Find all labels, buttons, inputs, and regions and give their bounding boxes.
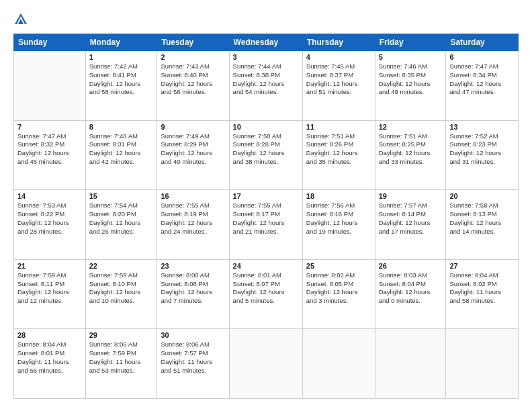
day-info: Sunrise: 7:59 AM Sunset: 8:11 PM Dayligh…	[17, 271, 82, 306]
day-info: Sunrise: 7:51 AM Sunset: 8:26 PM Dayligh…	[306, 132, 371, 167]
calendar-cell: 7Sunrise: 7:47 AM Sunset: 8:32 PM Daylig…	[14, 120, 86, 190]
day-info: Sunrise: 7:52 AM Sunset: 8:23 PM Dayligh…	[449, 132, 515, 167]
calendar-cell: 8Sunrise: 7:48 AM Sunset: 8:31 PM Daylig…	[85, 120, 157, 190]
calendar-cell: 13Sunrise: 7:52 AM Sunset: 8:23 PM Dayli…	[446, 120, 519, 190]
calendar-cell: 27Sunrise: 8:04 AM Sunset: 8:02 PM Dayli…	[446, 259, 519, 329]
day-number: 5	[379, 53, 443, 61]
day-info: Sunrise: 7:57 AM Sunset: 8:14 PM Dayligh…	[379, 201, 443, 236]
day-number: 20	[449, 192, 515, 200]
day-number: 7	[17, 123, 82, 131]
header	[13, 12, 519, 27]
day-number: 25	[306, 262, 371, 270]
header-day-friday: Friday	[375, 34, 446, 51]
calendar-cell: 23Sunrise: 8:00 AM Sunset: 8:08 PM Dayli…	[157, 259, 229, 329]
calendar-table: SundayMondayTuesdayWednesdayThursdayFrid…	[13, 34, 519, 399]
day-info: Sunrise: 7:43 AM Sunset: 8:40 PM Dayligh…	[161, 62, 225, 97]
calendar-cell: 6Sunrise: 7:47 AM Sunset: 8:34 PM Daylig…	[446, 51, 519, 121]
day-number: 16	[161, 192, 225, 200]
header-day-saturday: Saturday	[446, 34, 519, 51]
logo-icon	[13, 12, 28, 27]
calendar-cell: 12Sunrise: 7:51 AM Sunset: 8:25 PM Dayli…	[375, 120, 446, 190]
calendar-body: 1Sunrise: 7:42 AM Sunset: 8:41 PM Daylig…	[14, 51, 519, 399]
day-info: Sunrise: 8:04 AM Sunset: 8:02 PM Dayligh…	[449, 271, 515, 306]
week-row-4: 21Sunrise: 7:59 AM Sunset: 8:11 PM Dayli…	[14, 259, 519, 329]
day-number: 27	[449, 262, 515, 270]
day-info: Sunrise: 8:01 AM Sunset: 8:07 PM Dayligh…	[233, 271, 299, 306]
calendar-cell: 2Sunrise: 7:43 AM Sunset: 8:40 PM Daylig…	[157, 51, 229, 121]
calendar-cell: 21Sunrise: 7:59 AM Sunset: 8:11 PM Dayli…	[14, 259, 86, 329]
calendar-cell: 28Sunrise: 8:04 AM Sunset: 8:01 PM Dayli…	[14, 329, 86, 399]
day-info: Sunrise: 8:02 AM Sunset: 8:05 PM Dayligh…	[306, 271, 371, 306]
week-row-2: 7Sunrise: 7:47 AM Sunset: 8:32 PM Daylig…	[14, 120, 519, 190]
day-number: 2	[161, 53, 225, 61]
week-row-3: 14Sunrise: 7:53 AM Sunset: 8:22 PM Dayli…	[14, 190, 519, 260]
day-number: 26	[379, 262, 443, 270]
day-number: 23	[161, 262, 225, 270]
week-row-5: 28Sunrise: 8:04 AM Sunset: 8:01 PM Dayli…	[14, 329, 519, 399]
calendar-cell: 11Sunrise: 7:51 AM Sunset: 8:26 PM Dayli…	[302, 120, 375, 190]
day-info: Sunrise: 7:44 AM Sunset: 8:38 PM Dayligh…	[233, 62, 299, 97]
header-day-monday: Monday	[85, 34, 157, 51]
day-number: 22	[89, 262, 154, 270]
logo	[13, 12, 31, 27]
day-info: Sunrise: 7:48 AM Sunset: 8:31 PM Dayligh…	[89, 132, 154, 167]
calendar-cell: 20Sunrise: 7:58 AM Sunset: 8:13 PM Dayli…	[446, 190, 519, 260]
calendar-cell: 22Sunrise: 7:59 AM Sunset: 8:10 PM Dayli…	[85, 259, 157, 329]
day-info: Sunrise: 7:47 AM Sunset: 8:32 PM Dayligh…	[17, 132, 82, 167]
day-info: Sunrise: 7:55 AM Sunset: 8:17 PM Dayligh…	[233, 201, 299, 236]
day-info: Sunrise: 7:53 AM Sunset: 8:22 PM Dayligh…	[17, 201, 82, 236]
day-info: Sunrise: 7:47 AM Sunset: 8:34 PM Dayligh…	[449, 62, 515, 97]
calendar-cell: 15Sunrise: 7:54 AM Sunset: 8:20 PM Dayli…	[85, 190, 157, 260]
header-day-tuesday: Tuesday	[157, 34, 229, 51]
calendar-cell: 1Sunrise: 7:42 AM Sunset: 8:41 PM Daylig…	[85, 51, 157, 121]
day-number: 14	[17, 192, 82, 200]
day-number: 24	[233, 262, 299, 270]
day-info: Sunrise: 7:55 AM Sunset: 8:19 PM Dayligh…	[161, 201, 225, 236]
calendar-cell: 26Sunrise: 8:03 AM Sunset: 8:04 PM Dayli…	[375, 259, 446, 329]
day-info: Sunrise: 7:59 AM Sunset: 8:10 PM Dayligh…	[89, 271, 154, 306]
day-number: 18	[306, 192, 371, 200]
calendar-cell	[375, 329, 446, 399]
day-info: Sunrise: 7:49 AM Sunset: 8:29 PM Dayligh…	[161, 132, 225, 167]
calendar-cell: 19Sunrise: 7:57 AM Sunset: 8:14 PM Dayli…	[375, 190, 446, 260]
header-day-sunday: Sunday	[14, 34, 86, 51]
day-number: 15	[89, 192, 154, 200]
day-info: Sunrise: 8:04 AM Sunset: 8:01 PM Dayligh…	[17, 340, 82, 375]
calendar-cell: 3Sunrise: 7:44 AM Sunset: 8:38 PM Daylig…	[229, 51, 302, 121]
calendar-cell: 30Sunrise: 8:06 AM Sunset: 7:57 PM Dayli…	[157, 329, 229, 399]
day-number: 21	[17, 262, 82, 270]
day-number: 13	[449, 123, 515, 131]
day-info: Sunrise: 7:54 AM Sunset: 8:20 PM Dayligh…	[89, 201, 154, 236]
day-number: 6	[449, 53, 515, 61]
day-number: 12	[379, 123, 443, 131]
week-row-1: 1Sunrise: 7:42 AM Sunset: 8:41 PM Daylig…	[14, 51, 519, 121]
calendar-cell: 5Sunrise: 7:46 AM Sunset: 8:35 PM Daylig…	[375, 51, 446, 121]
day-number: 29	[89, 331, 154, 339]
day-number: 17	[233, 192, 299, 200]
day-number: 10	[233, 123, 299, 131]
day-info: Sunrise: 8:03 AM Sunset: 8:04 PM Dayligh…	[379, 271, 443, 306]
calendar-cell: 16Sunrise: 7:55 AM Sunset: 8:19 PM Dayli…	[157, 190, 229, 260]
calendar-cell: 18Sunrise: 7:56 AM Sunset: 8:16 PM Dayli…	[302, 190, 375, 260]
calendar-cell: 17Sunrise: 7:55 AM Sunset: 8:17 PM Dayli…	[229, 190, 302, 260]
header-row: SundayMondayTuesdayWednesdayThursdayFrid…	[14, 34, 519, 51]
day-number: 9	[161, 123, 225, 131]
day-number: 11	[306, 123, 371, 131]
calendar-cell	[446, 329, 519, 399]
header-day-thursday: Thursday	[302, 34, 375, 51]
day-info: Sunrise: 7:46 AM Sunset: 8:35 PM Dayligh…	[379, 62, 443, 97]
day-info: Sunrise: 8:00 AM Sunset: 8:08 PM Dayligh…	[161, 271, 225, 306]
day-number: 19	[379, 192, 443, 200]
day-info: Sunrise: 7:45 AM Sunset: 8:37 PM Dayligh…	[306, 62, 371, 97]
calendar-cell: 4Sunrise: 7:45 AM Sunset: 8:37 PM Daylig…	[302, 51, 375, 121]
header-day-wednesday: Wednesday	[229, 34, 302, 51]
day-info: Sunrise: 7:50 AM Sunset: 8:28 PM Dayligh…	[233, 132, 299, 167]
day-number: 8	[89, 123, 154, 131]
calendar-cell	[229, 329, 302, 399]
calendar-cell	[302, 329, 375, 399]
day-info: Sunrise: 8:06 AM Sunset: 7:57 PM Dayligh…	[161, 340, 225, 375]
day-number: 30	[161, 331, 225, 339]
calendar-cell: 29Sunrise: 8:05 AM Sunset: 7:59 PM Dayli…	[85, 329, 157, 399]
day-number: 3	[233, 53, 299, 61]
calendar-cell	[14, 51, 86, 121]
